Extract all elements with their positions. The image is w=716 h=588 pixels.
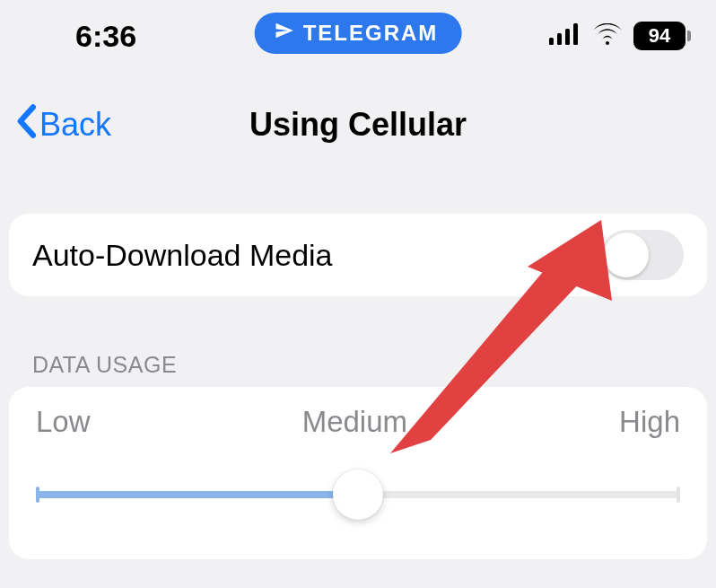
data-usage-slider[interactable] [36,470,680,520]
cellular-signal-icon [549,23,581,48]
battery-indicator: 94 [633,22,691,50]
toggle-knob [604,233,649,277]
auto-download-toggle[interactable] [601,230,684,280]
slider-label-high: High [619,405,680,439]
slider-label-medium: Medium [302,405,407,439]
data-usage-group: Low Medium High [9,387,707,559]
back-label: Back [39,106,111,144]
auto-download-group: Auto-Download Media [9,214,707,296]
svg-rect-3 [573,23,578,45]
battery-level: 94 [633,22,685,50]
slider-fill [36,491,358,498]
chevron-left-icon [16,104,36,146]
svg-rect-2 [565,29,570,45]
slider-tick-right [677,487,680,503]
svg-rect-1 [557,33,562,45]
nav-bar: Back Using Cellular [0,93,716,156]
data-usage-header: DATA USAGE [32,352,716,378]
slider-labels: Low Medium High [36,405,680,439]
wifi-icon [592,23,623,48]
auto-download-label: Auto-Download Media [32,238,333,273]
slider-thumb[interactable] [333,470,383,520]
slider-label-low: Low [36,405,91,439]
status-time: 6:36 [25,19,136,54]
app-pill-label: TELEGRAM [303,21,439,46]
svg-rect-0 [549,38,554,45]
status-right: 94 [549,22,691,50]
status-bar: 6:36 TELEGRAM 94 [0,0,716,72]
paper-plane-icon [275,21,294,46]
back-button[interactable]: Back [16,104,111,146]
page-title: Using Cellular [249,106,467,144]
auto-download-row[interactable]: Auto-Download Media [32,214,684,296]
app-pill[interactable]: TELEGRAM [255,13,462,54]
